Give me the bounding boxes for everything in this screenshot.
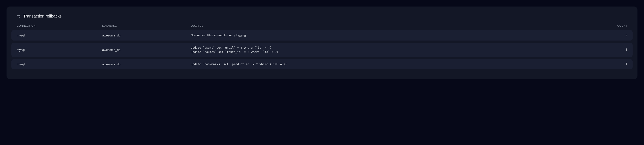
cell-queries: update `bookmarks` set `product_id` = ? … — [191, 62, 611, 66]
rollbacks-table: CONNECTION DATABASE QUERIES COUNT mysqla… — [12, 24, 632, 69]
card-header: Transaction rollbacks — [12, 14, 632, 18]
column-header-connection: CONNECTION — [17, 24, 102, 27]
column-header-count: COUNT — [611, 24, 627, 27]
cell-count: 2 — [611, 33, 627, 37]
transaction-rollbacks-card: Transaction rollbacks CONNECTION DATABAS… — [6, 6, 638, 79]
sparkle-icon — [16, 14, 21, 18]
cell-count: 1 — [611, 62, 627, 66]
table-row[interactable]: mysqlawesome_dbNo queries. Please enable… — [12, 30, 632, 40]
table-row[interactable]: mysqlawesome_dbupdate `users` set `email… — [12, 43, 632, 57]
cell-connection: mysql — [17, 48, 102, 51]
table-row[interactable]: mysqlawesome_dbupdate `bookmarks` set `p… — [12, 59, 632, 69]
cell-database: awesome_db — [102, 48, 191, 51]
cell-connection: mysql — [17, 63, 102, 66]
table-header: CONNECTION DATABASE QUERIES COUNT — [12, 24, 632, 30]
card-title: Transaction rollbacks — [23, 14, 62, 18]
cell-queries: No queries. Please enable query logging. — [191, 33, 611, 38]
column-header-queries: QUERIES — [191, 24, 611, 27]
table-body: mysqlawesome_dbNo queries. Please enable… — [12, 30, 632, 69]
cell-count: 1 — [611, 48, 627, 52]
cell-database: awesome_db — [102, 34, 191, 37]
cell-connection: mysql — [17, 34, 102, 37]
column-header-database: DATABASE — [102, 24, 191, 27]
cell-queries: update `users` set `email` = ? where (`i… — [191, 46, 611, 54]
cell-database: awesome_db — [102, 63, 191, 66]
